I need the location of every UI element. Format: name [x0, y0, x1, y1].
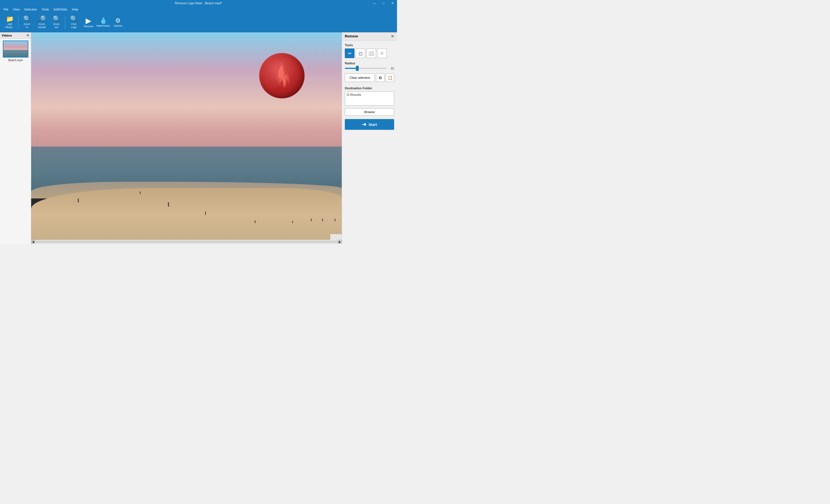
- right-panel: Remove ✕ Tools ✏ ◻ ⬜ ○ Radius: [342, 32, 397, 244]
- scrollbar-track[interactable]: [36, 241, 337, 243]
- paste-icon: 📋: [388, 75, 392, 80]
- person-8: [334, 219, 336, 221]
- zoom-out-button[interactable]: 🔍 Zoomout: [49, 14, 64, 31]
- menu-file[interactable]: File: [1, 7, 11, 12]
- person-1: [78, 198, 79, 202]
- menu-softorbits[interactable]: SoftOrbits: [51, 7, 69, 12]
- watermarks-button[interactable]: 💧 Watermarks: [96, 14, 110, 31]
- zoom-out-icon: 🔍: [53, 16, 60, 22]
- watermarks-label: Watermarks: [96, 24, 110, 27]
- remove-icon: ▶: [86, 17, 91, 24]
- person-6: [292, 221, 293, 223]
- start-button[interactable]: ➜ Start: [345, 119, 394, 130]
- paste-selection-button[interactable]: 📋: [386, 73, 394, 82]
- videos-panel-title: Videos: [2, 34, 12, 37]
- zoom-normal-button[interactable]: 🔎 Zoomnormal: [34, 14, 49, 31]
- find-logo-button[interactable]: 🔍 FindLogo: [66, 14, 81, 31]
- options-button[interactable]: ⚙ Options: [110, 14, 125, 31]
- menu-help[interactable]: Help: [69, 7, 81, 12]
- zoom-in-icon: 🔍: [23, 16, 31, 22]
- close-button[interactable]: ✕: [388, 0, 397, 6]
- videos-panel-close-button[interactable]: ✕: [26, 33, 29, 37]
- radius-label: Radius: [345, 62, 394, 65]
- rect-icon: ⬜: [369, 51, 374, 56]
- person-2: [140, 191, 141, 194]
- radius-slider[interactable]: [345, 68, 387, 69]
- browse-button[interactable]: Browse: [345, 108, 394, 116]
- minimize-button[interactable]: —: [370, 0, 379, 6]
- add-files-label: AddFile(s)...: [5, 23, 14, 29]
- menu-view[interactable]: View: [11, 7, 22, 12]
- brush-icon: ✏: [348, 51, 352, 56]
- video-canvas[interactable]: [31, 32, 342, 240]
- add-files-icon: 📁: [6, 16, 13, 22]
- menubar: File View Selection Tools SoftOrbits Hel…: [0, 6, 397, 12]
- right-panel-close-button[interactable]: ✕: [391, 34, 394, 39]
- options-icon: ⚙: [115, 18, 121, 24]
- right-panel-header: Remove ✕: [342, 32, 397, 40]
- radius-value: 31: [388, 67, 394, 70]
- tools-row: ✏ ◻ ⬜ ○: [345, 48, 394, 58]
- thumb-sky: [3, 41, 28, 51]
- options-label: Options: [114, 24, 122, 27]
- beach-background: [31, 32, 342, 240]
- checker-pattern: [330, 234, 342, 240]
- watermarks-icon: 💧: [99, 18, 107, 24]
- circle-icon: ○: [381, 51, 383, 56]
- video-scrollbar[interactable]: ◀ ▶: [31, 240, 342, 244]
- person-9: [322, 219, 323, 221]
- video-thumbnail-image: [3, 40, 28, 58]
- find-logo-label: FindLogo: [71, 23, 76, 29]
- titlebar-title: Remove Logo Now! - Beach.mp4*: [175, 1, 222, 5]
- right-panel-content: Tools ✏ ◻ ⬜ ○ Radius: [342, 40, 397, 244]
- tools-section-label: Tools: [345, 43, 394, 47]
- eraser-tool-button[interactable]: ◻: [356, 48, 365, 58]
- videos-panel: Videos ✕ Beach.mp4: [0, 32, 31, 244]
- thumb-sea: [3, 50, 28, 57]
- video-thumbnail-item[interactable]: Beach.mp4: [0, 39, 31, 64]
- start-arrow-icon: ➜: [362, 121, 366, 128]
- right-panel-title: Remove: [345, 34, 358, 38]
- videos-panel-header: Videos ✕: [0, 32, 31, 39]
- slider-thumb: [356, 66, 359, 71]
- logo-circle: [259, 53, 305, 98]
- start-label: Start: [369, 123, 377, 127]
- zoom-normal-icon: 🔎: [38, 16, 46, 22]
- copy-icon: ⧉: [379, 75, 382, 80]
- video-area: ◀ ▶: [31, 32, 342, 244]
- video-filename: Beach.mp4: [8, 59, 23, 62]
- zoom-out-label: Zoomout: [53, 23, 60, 29]
- svg-point-0: [274, 87, 290, 93]
- scrollbar-right-arrow[interactable]: ▶: [338, 240, 342, 244]
- person-5: [255, 220, 255, 223]
- menu-tools[interactable]: Tools: [39, 7, 51, 12]
- titlebar-controls: — □ ✕: [370, 0, 397, 6]
- destination-section: Destination Folder Browse: [345, 87, 394, 116]
- clear-selection-button[interactable]: Clear selection: [345, 73, 375, 82]
- menu-selection[interactable]: Selection: [22, 7, 39, 12]
- eraser-icon: ◻: [359, 51, 362, 56]
- destination-folder-label: Destination Folder: [345, 87, 394, 90]
- radius-row: 31: [345, 67, 394, 70]
- toolbar-sep-1: [18, 15, 19, 29]
- circle-tool-button[interactable]: ○: [377, 48, 387, 58]
- person-7: [311, 219, 312, 221]
- maximize-button[interactable]: □: [379, 0, 388, 6]
- remove-button[interactable]: ▶ Remove: [81, 14, 96, 31]
- person-4: [205, 211, 206, 215]
- zoom-in-button[interactable]: 🔍 Zoomin: [20, 14, 34, 31]
- add-files-button[interactable]: 📁 AddFile(s)...: [2, 14, 17, 31]
- brush-tool-button[interactable]: ✏: [345, 48, 354, 58]
- copy-selection-button[interactable]: ⧉: [376, 73, 385, 82]
- zoom-normal-label: Zoomnormal: [38, 23, 46, 29]
- rect-tool-button[interactable]: ⬜: [366, 48, 376, 58]
- find-logo-icon: 🔍: [70, 16, 78, 22]
- toolbar: 📁 AddFile(s)... 🔍 Zoomin 🔎 Zoomnormal 🔍 …: [0, 12, 397, 32]
- flame-svg: [268, 59, 296, 93]
- beach-layer: [31, 188, 342, 240]
- scrollbar-left-arrow[interactable]: ◀: [31, 240, 35, 244]
- clear-row: Clear selection ⧉ 📋: [345, 73, 394, 82]
- titlebar: Remove Logo Now! - Beach.mp4* — □ ✕: [0, 0, 397, 6]
- destination-folder-input[interactable]: [345, 92, 394, 106]
- person-3: [168, 202, 169, 207]
